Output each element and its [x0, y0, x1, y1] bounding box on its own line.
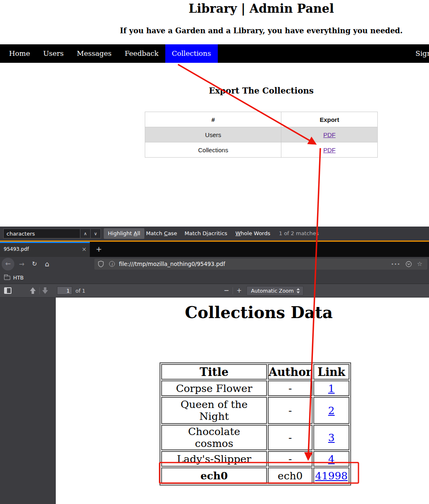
pdf-col-link: Link	[313, 364, 349, 380]
page-subtitle: If you have a Garden and a Library, you …	[0, 26, 429, 35]
main-navbar: Home Users Messages Feedback Collections…	[0, 44, 429, 63]
zoom-level-select[interactable]: Automatic Zoom	[246, 286, 303, 296]
cell-title: Lady's-Slipper	[161, 451, 267, 467]
page-count-label: of 1	[75, 284, 85, 298]
forward-button[interactable]: →	[17, 257, 26, 271]
cell-title: Chocolate cosmos	[161, 425, 267, 450]
toolbar-separator	[233, 287, 233, 294]
export-row-collections-name: Collections	[145, 142, 281, 158]
cell-author: -	[268, 397, 313, 424]
url-bar[interactable]: i file:///tmp/mozilla_nothing0/95493.pdf…	[94, 259, 427, 270]
chevron-down-icon: ∨	[94, 231, 97, 236]
table-row: Collections PDF	[145, 142, 378, 158]
new-tab-button[interactable]: +	[94, 242, 104, 257]
nav-item-collections[interactable]: Collections	[165, 44, 218, 63]
home-button[interactable]: ⌂	[43, 257, 52, 271]
export-col-hash: #	[145, 112, 281, 127]
tab-95493-pdf[interactable]: 95493.pdf ×	[0, 242, 90, 257]
pdf-document-title: Collections Data	[56, 303, 429, 322]
table-row: Chocolate cosmos - 3	[161, 425, 349, 450]
nav-item-sign-out[interactable]: Sign	[415, 44, 429, 63]
pdf-toolbar: of 1 − + Automatic Zoom	[0, 284, 429, 298]
admin-page: Library | Admin Panel If you have a Gard…	[0, 0, 429, 227]
label-part: Match	[146, 230, 164, 236]
url-text: file:///tmp/mozilla_nothing0/95493.pdf	[119, 259, 225, 270]
find-next-button[interactable]: ∨	[91, 229, 101, 238]
nav-item-feedback[interactable]: Feedback	[118, 44, 165, 63]
nav-items: Home Users Messages Feedback Collections	[2, 44, 218, 63]
cell-title: Queen of the Night	[161, 397, 267, 424]
pdf-row-link[interactable]: 3	[328, 432, 335, 444]
table-row: Corpse Flower - 1	[161, 380, 349, 396]
export-heading: Export The Collections	[0, 86, 429, 96]
match-case-toggle[interactable]: Match Case	[146, 228, 177, 239]
bookmarks-bar: HTB	[0, 271, 429, 284]
pdf-row-link[interactable]: 2	[328, 405, 335, 417]
down-arrow-stem	[44, 287, 46, 290]
navigation-toolbar: ← → ↻ ⌂ i file:///tmp/mozilla_nothing0/9…	[0, 257, 429, 271]
pdf-page: Collections Data Title Author Link Corps…	[56, 298, 429, 504]
pdf-row-link[interactable]: 41998	[315, 470, 348, 482]
tab-close-icon[interactable]: ×	[82, 242, 87, 257]
table-row: Users PDF	[145, 127, 378, 142]
up-arrow-stem	[32, 291, 34, 294]
cell-author: -	[268, 451, 313, 467]
pdf-row-link[interactable]: 1	[328, 383, 335, 394]
find-input-group: ∧ ∨	[3, 229, 101, 238]
export-row-users-name: Users	[145, 127, 281, 142]
export-table-header-row: # Export	[145, 112, 378, 127]
reload-button[interactable]: ↻	[30, 257, 39, 271]
bookmark-star-icon[interactable]: ☆	[417, 259, 422, 270]
zoom-in-button[interactable]: +	[235, 284, 244, 297]
accesskey: C	[164, 230, 168, 236]
accesskey: W	[235, 230, 241, 236]
bookmark-label: HTB	[13, 271, 24, 284]
export-col-export: Export	[281, 112, 378, 127]
previous-page-button[interactable]	[30, 287, 36, 294]
back-button[interactable]: ←	[2, 258, 14, 270]
cell-author: -	[268, 425, 313, 450]
page-title: Library | Admin Panel	[0, 2, 429, 16]
tabbar: 95493.pdf × +	[0, 242, 429, 257]
accesskey: A	[134, 230, 137, 236]
export-collections-pdf-link[interactable]: PDF	[323, 147, 335, 153]
page-number-input[interactable]	[57, 286, 72, 295]
table-row: Queen of the Night - 2	[161, 397, 349, 424]
highlight-all-button[interactable]: Highlight All	[104, 228, 144, 239]
nav-item-home[interactable]: Home	[2, 44, 37, 63]
pocket-icon[interactable]	[406, 261, 412, 269]
label-part: ll	[137, 230, 140, 236]
sidebar-toggle-icon[interactable]	[4, 287, 11, 294]
nav-item-users[interactable]: Users	[37, 44, 70, 63]
chevron-up-icon: ∧	[84, 231, 87, 236]
select-spinner-icon	[297, 288, 300, 293]
next-page-button[interactable]	[42, 287, 48, 294]
tracking-shield-icon[interactable]	[98, 261, 104, 269]
label-part: ase	[168, 230, 177, 236]
find-input[interactable]	[3, 229, 80, 238]
pdf-table-header-row: Title Author Link	[161, 364, 349, 380]
site-info-icon[interactable]: i	[109, 261, 115, 267]
tab-title: 95493.pdf	[4, 242, 29, 257]
label-part: Match D	[185, 230, 207, 236]
whole-words-toggle[interactable]: Whole Words	[235, 228, 270, 239]
cell-title: ech0	[161, 467, 267, 484]
zoom-out-button[interactable]: −	[222, 284, 231, 297]
pdf-viewer: Collections Data Title Author Link Corps…	[0, 298, 429, 504]
page-actions-icon[interactable]: •••	[391, 259, 400, 270]
screen: Library | Admin Panel If you have a Gard…	[0, 0, 429, 504]
nav-item-messages[interactable]: Messages	[70, 44, 118, 63]
up-arrow-icon	[30, 287, 36, 291]
cell-author: ech0	[268, 467, 313, 484]
zoom-level-value: Automatic Zoom	[251, 286, 294, 295]
export-users-pdf-link[interactable]: PDF	[323, 131, 335, 138]
folder-icon	[4, 276, 10, 280]
pdf-row-link[interactable]: 4	[328, 453, 335, 465]
find-match-status: 1 of 2 matches	[279, 228, 319, 239]
find-previous-button[interactable]: ∧	[80, 229, 91, 238]
table-row-ech0: ech0 ech0 41998	[161, 467, 349, 484]
label-part: hole Words	[241, 230, 270, 236]
toolbar-separator	[39, 287, 40, 294]
pdf-col-title: Title	[161, 364, 267, 380]
match-diacritics-toggle[interactable]: Match Diacritics	[185, 228, 227, 239]
